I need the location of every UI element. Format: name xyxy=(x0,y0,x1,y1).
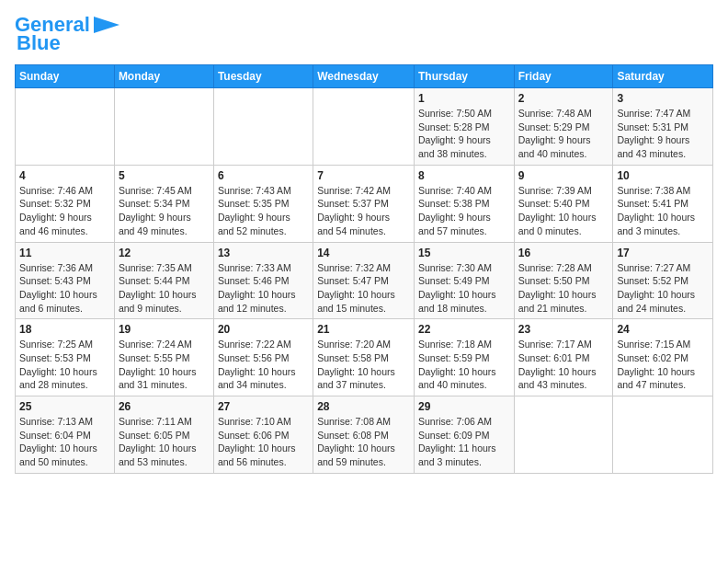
day-info: Sunrise: 7:48 AM Sunset: 5:29 PM Dayligh… xyxy=(518,107,609,161)
day-info: Sunrise: 7:13 AM Sunset: 6:04 PM Dayligh… xyxy=(19,415,110,469)
day-info: Sunrise: 7:17 AM Sunset: 6:01 PM Dayligh… xyxy=(518,338,609,392)
day-number: 11 xyxy=(19,247,110,259)
calendar-cell: 21Sunrise: 7:20 AM Sunset: 5:58 PM Dayli… xyxy=(313,319,415,396)
day-info: Sunrise: 7:36 AM Sunset: 5:43 PM Dayligh… xyxy=(19,261,110,316)
day-number: 27 xyxy=(218,400,309,413)
calendar-cell: 23Sunrise: 7:17 AM Sunset: 6:01 PM Dayli… xyxy=(514,319,613,396)
weekday-header: Friday xyxy=(514,65,613,88)
day-number: 15 xyxy=(418,247,510,259)
calendar-cell: 13Sunrise: 7:33 AM Sunset: 5:46 PM Dayli… xyxy=(213,242,313,319)
calendar-cell: 26Sunrise: 7:11 AM Sunset: 6:05 PM Dayli… xyxy=(114,396,213,474)
svg-marker-0 xyxy=(94,17,119,33)
day-number: 25 xyxy=(19,400,110,413)
day-info: Sunrise: 7:18 AM Sunset: 5:59 PM Dayligh… xyxy=(418,338,510,392)
day-info: Sunrise: 7:46 AM Sunset: 5:32 PM Dayligh… xyxy=(19,184,110,238)
calendar-week-row: 11Sunrise: 7:36 AM Sunset: 5:43 PM Dayli… xyxy=(16,242,713,319)
day-number: 3 xyxy=(617,92,709,105)
day-number: 18 xyxy=(19,323,110,336)
day-number: 9 xyxy=(518,169,609,182)
calendar-cell xyxy=(313,88,415,166)
day-number: 10 xyxy=(617,169,709,182)
calendar-cell: 17Sunrise: 7:27 AM Sunset: 5:52 PM Dayli… xyxy=(613,242,713,319)
calendar-header: SundayMondayTuesdayWednesdayThursdayFrid… xyxy=(16,65,713,88)
day-number: 28 xyxy=(317,400,410,413)
day-info: Sunrise: 7:08 AM Sunset: 6:08 PM Dayligh… xyxy=(317,415,410,469)
day-info: Sunrise: 7:25 AM Sunset: 5:53 PM Dayligh… xyxy=(19,338,110,392)
day-info: Sunrise: 7:24 AM Sunset: 5:55 PM Dayligh… xyxy=(119,338,210,392)
day-info: Sunrise: 7:28 AM Sunset: 5:50 PM Dayligh… xyxy=(518,261,609,316)
day-number: 17 xyxy=(617,247,709,259)
calendar-cell: 9Sunrise: 7:39 AM Sunset: 5:40 PM Daylig… xyxy=(514,165,613,242)
day-number: 12 xyxy=(119,247,210,259)
calendar-cell: 11Sunrise: 7:36 AM Sunset: 5:43 PM Dayli… xyxy=(16,242,115,319)
day-info: Sunrise: 7:40 AM Sunset: 5:38 PM Dayligh… xyxy=(418,184,510,238)
day-info: Sunrise: 7:30 AM Sunset: 5:49 PM Dayligh… xyxy=(418,261,510,316)
day-number: 20 xyxy=(218,323,309,336)
calendar-week-row: 1Sunrise: 7:50 AM Sunset: 5:28 PM Daylig… xyxy=(16,88,713,166)
day-number: 1 xyxy=(418,92,510,105)
calendar-cell: 12Sunrise: 7:35 AM Sunset: 5:44 PM Dayli… xyxy=(114,242,213,319)
calendar-cell: 15Sunrise: 7:30 AM Sunset: 5:49 PM Dayli… xyxy=(414,242,514,319)
calendar-cell: 3Sunrise: 7:47 AM Sunset: 5:31 PM Daylig… xyxy=(613,88,713,166)
day-info: Sunrise: 7:10 AM Sunset: 6:06 PM Dayligh… xyxy=(218,415,309,469)
calendar-cell: 24Sunrise: 7:15 AM Sunset: 6:02 PM Dayli… xyxy=(613,319,713,396)
calendar-cell: 5Sunrise: 7:45 AM Sunset: 5:34 PM Daylig… xyxy=(114,165,213,242)
weekday-header: Saturday xyxy=(613,65,713,88)
day-number: 2 xyxy=(518,92,609,105)
calendar-cell: 18Sunrise: 7:25 AM Sunset: 5:53 PM Dayli… xyxy=(16,319,115,396)
day-info: Sunrise: 7:20 AM Sunset: 5:58 PM Dayligh… xyxy=(317,338,410,392)
day-info: Sunrise: 7:15 AM Sunset: 6:02 PM Dayligh… xyxy=(617,338,709,392)
weekday-header: Monday xyxy=(114,65,213,88)
day-info: Sunrise: 7:11 AM Sunset: 6:05 PM Dayligh… xyxy=(119,415,210,469)
day-info: Sunrise: 7:32 AM Sunset: 5:47 PM Dayligh… xyxy=(317,261,410,316)
day-number: 8 xyxy=(418,169,510,182)
day-number: 7 xyxy=(317,169,410,182)
day-number: 26 xyxy=(119,400,210,413)
calendar-cell: 27Sunrise: 7:10 AM Sunset: 6:06 PM Dayli… xyxy=(213,396,313,474)
logo: General Blue xyxy=(15,15,119,55)
calendar-cell: 28Sunrise: 7:08 AM Sunset: 6:08 PM Dayli… xyxy=(313,396,415,474)
day-info: Sunrise: 7:33 AM Sunset: 5:46 PM Dayligh… xyxy=(218,261,309,316)
calendar-cell xyxy=(213,88,313,166)
day-info: Sunrise: 7:45 AM Sunset: 5:34 PM Dayligh… xyxy=(119,184,210,238)
day-number: 6 xyxy=(218,169,309,182)
logo-blue-text: Blue xyxy=(17,31,61,55)
calendar-cell xyxy=(114,88,213,166)
calendar-cell: 22Sunrise: 7:18 AM Sunset: 5:59 PM Dayli… xyxy=(414,319,514,396)
day-info: Sunrise: 7:43 AM Sunset: 5:35 PM Dayligh… xyxy=(218,184,309,238)
day-number: 4 xyxy=(19,169,110,182)
day-info: Sunrise: 7:35 AM Sunset: 5:44 PM Dayligh… xyxy=(119,261,210,316)
calendar-cell: 2Sunrise: 7:48 AM Sunset: 5:29 PM Daylig… xyxy=(514,88,613,166)
logo-arrow-icon xyxy=(94,17,119,33)
weekday-header: Wednesday xyxy=(313,65,415,88)
weekday-header: Thursday xyxy=(414,65,514,88)
calendar-cell: 7Sunrise: 7:42 AM Sunset: 5:37 PM Daylig… xyxy=(313,165,415,242)
day-number: 19 xyxy=(119,323,210,336)
calendar-cell: 16Sunrise: 7:28 AM Sunset: 5:50 PM Dayli… xyxy=(514,242,613,319)
day-info: Sunrise: 7:50 AM Sunset: 5:28 PM Dayligh… xyxy=(418,107,510,161)
day-number: 14 xyxy=(317,247,410,259)
calendar-cell: 10Sunrise: 7:38 AM Sunset: 5:41 PM Dayli… xyxy=(613,165,713,242)
calendar-cell: 14Sunrise: 7:32 AM Sunset: 5:47 PM Dayli… xyxy=(313,242,415,319)
calendar-cell xyxy=(613,396,713,474)
calendar-cell: 29Sunrise: 7:06 AM Sunset: 6:09 PM Dayli… xyxy=(414,396,514,474)
day-number: 23 xyxy=(518,323,609,336)
day-info: Sunrise: 7:38 AM Sunset: 5:41 PM Dayligh… xyxy=(617,184,709,238)
calendar-cell: 1Sunrise: 7:50 AM Sunset: 5:28 PM Daylig… xyxy=(414,88,514,166)
day-info: Sunrise: 7:42 AM Sunset: 5:37 PM Dayligh… xyxy=(317,184,410,238)
calendar-week-row: 25Sunrise: 7:13 AM Sunset: 6:04 PM Dayli… xyxy=(16,396,713,474)
day-number: 13 xyxy=(218,247,309,259)
day-number: 5 xyxy=(119,169,210,182)
day-info: Sunrise: 7:39 AM Sunset: 5:40 PM Dayligh… xyxy=(518,184,609,238)
calendar-cell xyxy=(514,396,613,474)
day-info: Sunrise: 7:22 AM Sunset: 5:56 PM Dayligh… xyxy=(218,338,309,392)
day-number: 22 xyxy=(418,323,510,336)
calendar-week-row: 4Sunrise: 7:46 AM Sunset: 5:32 PM Daylig… xyxy=(16,165,713,242)
weekday-header: Tuesday xyxy=(213,65,313,88)
weekday-header: Sunday xyxy=(16,65,115,88)
calendar-body: 1Sunrise: 7:50 AM Sunset: 5:28 PM Daylig… xyxy=(16,88,713,474)
day-number: 21 xyxy=(317,323,410,336)
calendar-cell: 19Sunrise: 7:24 AM Sunset: 5:55 PM Dayli… xyxy=(114,319,213,396)
calendar-cell: 6Sunrise: 7:43 AM Sunset: 5:35 PM Daylig… xyxy=(213,165,313,242)
calendar-cell: 25Sunrise: 7:13 AM Sunset: 6:04 PM Dayli… xyxy=(16,396,115,474)
